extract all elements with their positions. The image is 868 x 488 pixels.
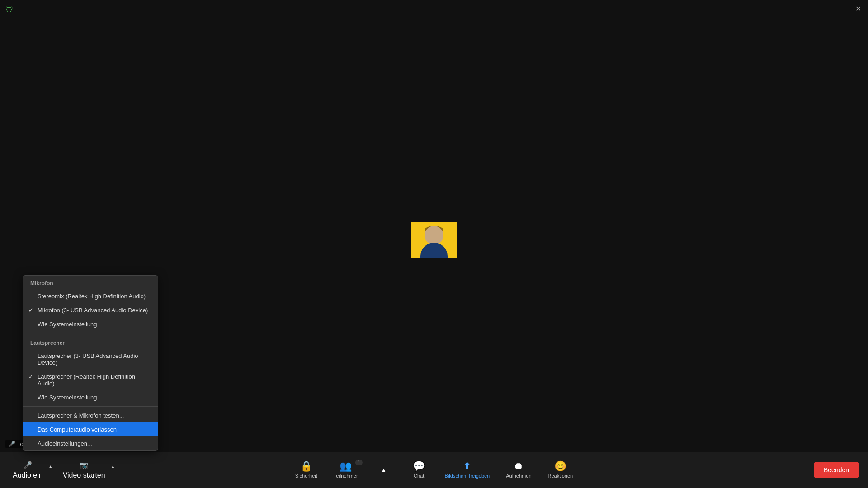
mic-icon: 🎤 [8, 441, 15, 447]
chat-icon: 💬 [413, 461, 425, 471]
mikrofon-section-header: Mikrofon [23, 276, 158, 289]
camera-icon: 📷 [80, 461, 89, 469]
record-icon: ⏺ [514, 461, 524, 471]
chat-button[interactable]: 💬 Chat [403, 458, 435, 482]
security-button[interactable]: 🔒 Sicherheit [289, 458, 324, 482]
audio-context-menu: Mikrofon Stereomix (Realtek High Definit… [23, 275, 158, 451]
screenshare-label: Bildschirm freigeben [445, 473, 490, 479]
toolbar-right: Beenden [814, 462, 859, 478]
menu-item-mikrofon-system[interactable]: Wie Systemeinstellung [23, 317, 158, 331]
audio-label: Audio ein [13, 471, 43, 479]
menu-item-lautsprecher-system[interactable]: Wie Systemeinstellung [23, 390, 158, 404]
video-label: Video starten [63, 471, 105, 479]
menu-item-stereomix[interactable]: Stereomix (Realtek High Definition Audio… [23, 289, 158, 303]
menu-item-test[interactable]: Lautsprecher & Mikrofon testen... [23, 408, 158, 422]
audio-icon: 🎤 [23, 461, 32, 469]
more-button[interactable]: ▲ [368, 463, 400, 477]
video-group: 📷 Video starten ▲ [59, 457, 117, 483]
reactions-label: Reaktionen [548, 473, 573, 479]
participants-count-badge: 1 [355, 460, 363, 465]
audio-group: 🎤 Audio ein ▲ [9, 457, 55, 483]
bottom-toolbar: 🎤 Audio ein ▲ 📷 Video starten ▲ [0, 452, 868, 488]
menu-item-audio-settings[interactable]: Audioeinstellungen... [23, 436, 158, 450]
audio-toggle-button[interactable]: 🎤 Audio ein [9, 457, 47, 483]
screenshare-icon: ⬆ [463, 461, 471, 471]
end-call-button[interactable]: Beenden [814, 462, 859, 478]
chat-label: Chat [414, 473, 424, 479]
toolbar-left: 🎤 Audio ein ▲ 📷 Video starten ▲ [9, 457, 117, 483]
menu-item-lautsprecher-realtek[interactable]: Lautsprecher (Realtek High Definition Au… [23, 370, 158, 390]
record-button[interactable]: ⏺ Aufnehmen [500, 458, 538, 482]
toolbar-center: 🔒 Sicherheit 👥 Teilnehmer 1 ▲ 💬 Chat ⬆ B… [289, 458, 579, 482]
participant-avatar [411, 222, 457, 258]
menu-item-lautsprecher-usb[interactable]: Lautsprecher (3- USB Advanced Audio Devi… [23, 349, 158, 370]
security-label: Sicherheit [295, 473, 317, 479]
record-label: Aufnehmen [506, 473, 531, 479]
chevron-up-icon: ▲ [48, 464, 53, 469]
lautsprecher-section-header: Lautsprecher [23, 335, 158, 349]
chevron-up-icon-video: ▲ [111, 464, 115, 469]
shield-icon: 🛡 [5, 5, 14, 15]
participants-label: Teilnehmer [334, 473, 358, 479]
chevron-up-icon-more: ▲ [381, 467, 387, 473]
menu-item-mikrofon-usb[interactable]: Mikrofon (3- USB Advanced Audio Device) [23, 303, 158, 317]
video-toggle-button[interactable]: 📷 Video starten [59, 457, 109, 483]
menu-divider-1 [23, 333, 158, 333]
reactions-button[interactable]: 😊 Reaktionen [542, 458, 580, 482]
screenshare-button[interactable]: ⬆ Bildschirm freigeben [439, 458, 496, 482]
security-icon: 🔒 [300, 461, 312, 471]
reactions-icon: 😊 [554, 461, 566, 471]
close-icon[interactable]: ✕ [855, 5, 861, 13]
participants-icon: 👥 [340, 461, 352, 471]
menu-divider-2 [23, 406, 158, 407]
main-video-area: 🛡 ✕ 🎤 Tobias B Mikrofon Stereomix (Realt… [0, 0, 868, 488]
participants-button[interactable]: 👥 Teilnehmer 1 [327, 458, 364, 482]
audio-chevron-button[interactable]: ▲ [47, 462, 55, 478]
video-chevron-button[interactable]: ▲ [109, 462, 117, 478]
menu-item-leave-audio[interactable]: Das Computeraudio verlassen [23, 422, 158, 436]
